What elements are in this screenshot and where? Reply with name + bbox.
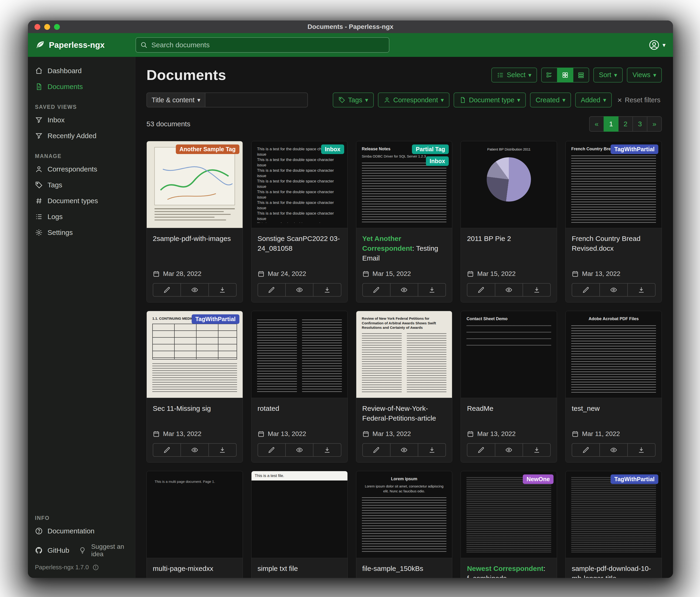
tag-badge[interactable]: TagWithPartial	[610, 474, 658, 484]
download-button[interactable]	[208, 283, 236, 296]
edit-button[interactable]	[467, 283, 495, 296]
document-title[interactable]: 2011 BP Pie 2	[467, 234, 551, 243]
document-card[interactable]: Review of New York Federal Petitions for…	[356, 311, 452, 462]
sidebar-item-recently-added[interactable]: Recently Added	[28, 128, 135, 144]
document-card[interactable]: Inbox This is a test for the double spac…	[251, 141, 348, 303]
document-card[interactable]: Adobe Acrobat PDF Files test_new Mar 11,…	[566, 311, 662, 462]
view-button[interactable]	[180, 443, 209, 457]
document-thumbnail[interactable]: Review of New York Federal Petitions for…	[356, 311, 452, 398]
document-title[interactable]: sample-pdf-download-10-mb-longer-title	[572, 564, 655, 578]
document-thumbnail[interactable]: Inbox This is a test for the double spac…	[251, 141, 347, 228]
sidebar-item-github[interactable]: GitHub	[28, 543, 69, 558]
sidebar-item-correspondents[interactable]: Correspondents	[28, 161, 135, 177]
document-thumbnail[interactable]: Contact Sheet Demo	[461, 311, 557, 398]
correspondent-filter-button[interactable]: Correspondent▾	[378, 93, 449, 108]
tag-badge[interactable]: TagWithPartial	[610, 144, 658, 154]
search-input[interactable]	[151, 41, 385, 49]
details-view-button[interactable]	[541, 68, 557, 82]
document-card[interactable]: rotated Mar 13, 2022	[251, 311, 348, 462]
document-type-filter-button[interactable]: Document type▾	[454, 93, 526, 108]
document-thumbnail[interactable]: NewOne	[461, 471, 557, 558]
created-filter-button[interactable]: Created▾	[530, 93, 571, 108]
view-button[interactable]	[599, 283, 628, 296]
view-button[interactable]	[285, 283, 314, 296]
document-thumbnail[interactable]: Patient BP Distribution 2011	[461, 141, 557, 228]
document-thumbnail[interactable]: This is a multi page document. Page 1.	[147, 471, 243, 558]
document-title[interactable]: file-sample_150kBs	[362, 564, 446, 573]
download-button[interactable]	[523, 443, 551, 457]
edit-button[interactable]	[153, 283, 181, 296]
edit-button[interactable]	[153, 443, 181, 457]
document-title[interactable]: Sonstige ScanPC2022 03-24_081058	[257, 234, 341, 253]
views-button[interactable]: Views▾	[627, 68, 662, 82]
document-card[interactable]: NewOne Newest Correspondent: f_combineds	[460, 471, 557, 578]
tag-badge[interactable]: NewOne	[523, 474, 553, 484]
edit-button[interactable]	[257, 443, 286, 457]
sidebar-item-suggest-idea[interactable]: Suggest an idea	[78, 539, 135, 562]
document-title[interactable]: rotated	[257, 404, 341, 413]
added-filter-button[interactable]: Added▾	[575, 93, 612, 108]
view-button[interactable]	[495, 443, 523, 457]
correspondent-link[interactable]: Newest Correspondent	[467, 565, 543, 572]
document-card[interactable]: TagWithPartial sample-pdf-download-10-mb…	[566, 471, 662, 578]
download-button[interactable]	[418, 283, 446, 296]
sort-button[interactable]: Sort▾	[593, 68, 623, 82]
download-button[interactable]	[208, 443, 236, 457]
document-title[interactable]: 2sample-pdf-with-images	[153, 234, 236, 243]
download-button[interactable]	[313, 443, 341, 457]
document-thumbnail[interactable]: Another Sample Tag	[147, 141, 243, 228]
document-title[interactable]: test_new	[572, 404, 655, 413]
document-card[interactable]: TagWithPartial French Country Bread Fren…	[566, 141, 662, 303]
sidebar-item-tags[interactable]: Tags	[28, 177, 135, 193]
document-title[interactable]: simple txt file	[257, 564, 341, 573]
title-content-dropdown[interactable]: Title & content▾	[147, 93, 205, 108]
pagination-page-button[interactable]: 1	[604, 116, 619, 132]
document-card[interactable]: This is a test file. simple txt file	[251, 471, 348, 578]
document-card[interactable]: Contact Sheet Demo ReadMe Mar 13, 2022	[460, 311, 557, 462]
edit-button[interactable]	[467, 443, 495, 457]
view-button[interactable]	[495, 283, 523, 296]
document-title[interactable]: Newest Correspondent: f_combineds	[467, 564, 551, 578]
download-button[interactable]	[627, 443, 655, 457]
document-thumbnail[interactable]: TagWithPartial	[566, 471, 661, 558]
document-title[interactable]: Review-of-New-York-Federal-Petitions-art…	[362, 404, 446, 423]
document-card[interactable]: Patient BP Distribution 2011 2011 BP Pie…	[460, 141, 557, 303]
tag-badge[interactable]: Partial Tag	[412, 144, 449, 154]
view-button[interactable]	[390, 283, 418, 296]
edit-button[interactable]	[572, 443, 600, 457]
download-button[interactable]	[627, 283, 655, 296]
document-thumbnail[interactable]: Lorem ipsumLorem ipsum dolor sit amet, c…	[356, 471, 452, 558]
list-view-button[interactable]	[573, 68, 589, 82]
correspondent-link[interactable]: Yet Another Correspondent	[362, 235, 412, 252]
title-content-input[interactable]	[205, 93, 308, 108]
tag-badge[interactable]: Inbox	[426, 157, 449, 166]
document-thumbnail[interactable]	[251, 311, 347, 398]
document-thumbnail[interactable]: TagWithPartial French Country Bread	[566, 141, 661, 228]
document-thumbnail[interactable]: Partial TagInbox Release NotesSimba ODBC…	[356, 141, 452, 228]
pagination-page-button[interactable]: 2	[618, 116, 633, 132]
select-button[interactable]: Select▾	[491, 68, 537, 82]
document-card[interactable]: This is a multi page document. Page 1. m…	[147, 471, 243, 578]
document-title[interactable]: multi-page-mixedxx	[153, 564, 236, 573]
sidebar-item-settings[interactable]: Settings	[28, 224, 135, 240]
document-thumbnail[interactable]: This is a test file.	[251, 471, 347, 558]
view-button[interactable]	[285, 443, 314, 457]
view-button[interactable]	[180, 283, 209, 296]
tags-filter-button[interactable]: Tags▾	[333, 93, 374, 108]
user-menu[interactable]: ▾	[649, 39, 666, 51]
document-card[interactable]: Lorem ipsumLorem ipsum dolor sit amet, c…	[356, 471, 452, 578]
sidebar-item-documentation[interactable]: Documentation	[28, 523, 135, 539]
edit-button[interactable]	[362, 283, 391, 296]
tag-badge[interactable]: TagWithPartial	[192, 314, 240, 324]
document-title[interactable]: Yet Another Correspondent: Testing Email	[362, 234, 446, 263]
sidebar-item-logs[interactable]: Logs	[28, 209, 135, 224]
sidebar-item-document-types[interactable]: Document types	[28, 193, 135, 209]
document-thumbnail[interactable]: TagWithPartial 1.1. CONTINUING MEDICAL E…	[147, 311, 243, 398]
tag-badge[interactable]: Inbox	[321, 144, 344, 154]
edit-button[interactable]	[362, 443, 391, 457]
pagination-page-button[interactable]: 3	[632, 116, 647, 132]
download-button[interactable]	[313, 283, 341, 296]
grid-view-button[interactable]	[557, 68, 573, 82]
edit-button[interactable]	[572, 283, 600, 296]
sidebar-item-inbox[interactable]: Inbox	[28, 112, 135, 128]
